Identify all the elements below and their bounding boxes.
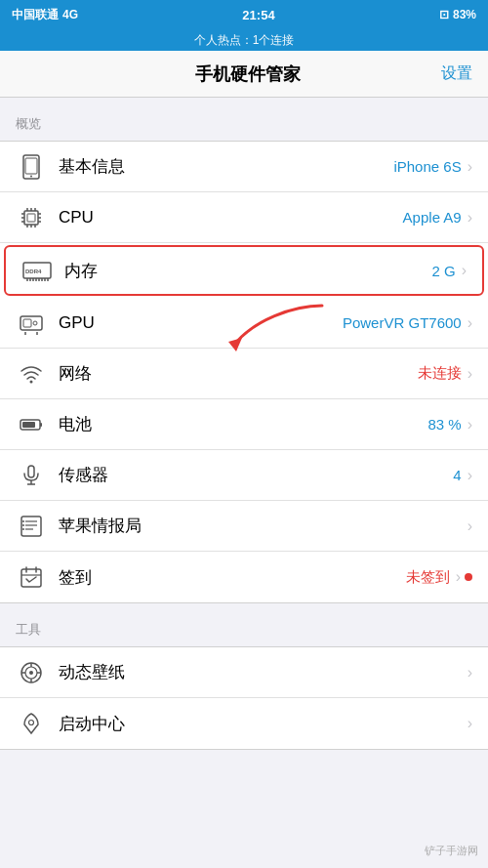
settings-button[interactable]: 设置 [441, 63, 472, 84]
nav-bar: 手机硬件管家 设置 [0, 51, 488, 98]
svg-rect-36 [28, 466, 34, 477]
network-type: 4G [62, 8, 78, 21]
list-item-basic-info[interactable]: 基本信息 iPhone 6S › [0, 142, 488, 192]
battery-text: 83% [453, 8, 476, 21]
svg-rect-3 [24, 211, 38, 225]
apple-report-icon [16, 511, 47, 542]
list-item-network[interactable]: 网络 未连接 › [0, 349, 488, 399]
dynamic-wallpaper-chevron: › [468, 664, 472, 682]
dynamic-wallpaper-icon [16, 657, 47, 688]
basic-info-label: 基本信息 [59, 155, 393, 178]
hotspot-text: 个人热点：1个连接 [194, 32, 295, 49]
checkin-value: 未签到 [406, 568, 450, 587]
content-area: 概览 基本信息 iPhone 6S › [0, 98, 488, 750]
sensor-icon [16, 460, 47, 491]
launch-center-chevron: › [468, 715, 472, 732]
basic-info-icon [16, 151, 47, 183]
checkin-label: 签到 [59, 566, 406, 589]
section-header-overview: 概览 [0, 98, 488, 141]
battery-icon [16, 409, 47, 440]
gpu-icon [16, 308, 47, 339]
network-value: 未连接 [418, 364, 462, 383]
svg-rect-46 [21, 569, 41, 587]
battery-label: 电池 [59, 413, 427, 435]
svg-text:DDR4: DDR4 [25, 269, 42, 274]
launch-center-icon [16, 708, 47, 739]
list-item-memory[interactable]: DDR4 内存 2 G › [4, 245, 484, 296]
hotspot-bar: 个人热点：1个连接 [0, 29, 488, 51]
watermark: 铲子手游网 [425, 844, 478, 858]
sensor-label: 传感器 [59, 464, 453, 486]
network-chevron: › [468, 365, 472, 383]
gpu-label: GPU [59, 313, 343, 333]
tools-list: 动态壁纸 › 启动中心 › [0, 646, 488, 750]
cpu-value: Apple A9 [403, 209, 462, 226]
checkin-icon [16, 561, 47, 593]
svg-rect-34 [40, 423, 42, 427]
checkin-red-dot [465, 573, 472, 581]
status-time: 21:54 [242, 8, 274, 22]
gpu-chevron: › [468, 314, 472, 332]
svg-point-52 [29, 671, 33, 675]
list-item-battery[interactable]: 电池 83 % › [0, 399, 488, 450]
launch-center-label: 启动中心 [59, 713, 462, 735]
apple-report-label: 苹果情报局 [59, 515, 462, 537]
memory-chevron: › [462, 262, 467, 279]
cpu-label: CPU [59, 208, 403, 227]
list-item-launch-center[interactable]: 启动中心 › [0, 698, 488, 749]
battery-icon: ⊡ [439, 8, 449, 21]
network-icon [16, 358, 47, 390]
gpu-value: PowerVR GT7600 [343, 314, 462, 331]
memory-icon: DDR4 [21, 255, 53, 286]
sensor-chevron: › [468, 467, 472, 484]
memory-label: 内存 [64, 260, 431, 282]
list-item-sensor[interactable]: 传感器 4 › [0, 450, 488, 501]
list-item-apple-report[interactable]: 苹果情报局 › [0, 501, 488, 552]
sensor-value: 4 [453, 467, 461, 483]
dynamic-wallpaper-label: 动态壁纸 [59, 661, 462, 683]
memory-value: 2 G [431, 263, 455, 279]
basic-info-value: iPhone 6S [393, 158, 461, 175]
battery-value: 83 % [427, 416, 461, 433]
svg-point-32 [30, 380, 33, 383]
status-right: ⊡ 83% [439, 8, 476, 21]
network-label: 网络 [59, 362, 418, 385]
list-item-gpu[interactable]: GPU PowerVR GT7600 › [0, 298, 488, 349]
cpu-chevron: › [468, 209, 472, 227]
status-left: 中国联通 4G [12, 7, 78, 23]
list-item-checkin[interactable]: 签到 未签到 › [0, 552, 488, 602]
list-item-dynamic-wallpaper[interactable]: 动态壁纸 › [0, 647, 488, 698]
section-header-tools: 工具 [0, 603, 488, 646]
nav-title: 手机硬件管家 [195, 62, 301, 86]
status-bar: 中国联通 4G 21:54 ⊡ 83% [0, 0, 488, 29]
cpu-icon [16, 202, 47, 233]
svg-rect-39 [21, 517, 41, 536]
basic-info-chevron: › [468, 158, 472, 176]
svg-rect-35 [22, 422, 35, 428]
overview-list: 基本信息 iPhone 6S › [0, 141, 488, 603]
apple-report-chevron: › [468, 517, 472, 535]
battery-chevron: › [468, 416, 472, 434]
carrier-text: 中国联通 [12, 7, 59, 23]
checkin-chevron: › [456, 568, 461, 586]
svg-point-2 [30, 175, 32, 177]
list-item-cpu[interactable]: CPU Apple A9 › [0, 192, 488, 243]
